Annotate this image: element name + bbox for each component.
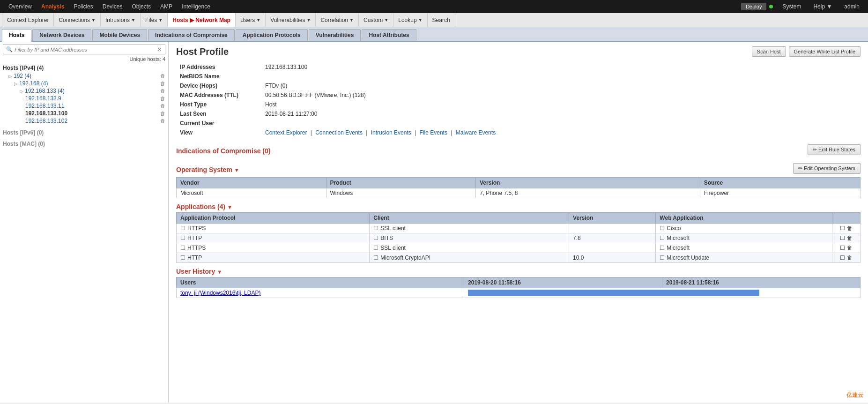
- apps-table: Application Protocol Client Version Web …: [176, 212, 861, 263]
- tab-indications-of-compromise[interactable]: Indications of Compromise: [148, 29, 235, 41]
- edit-os-button[interactable]: ✏ Edit Operating System: [793, 163, 861, 174]
- app-actions-1[interactable]: ☐ 🗑: [832, 224, 861, 233]
- os-vendor: Microsoft: [177, 188, 326, 198]
- tree-delete-icon-6[interactable]: 🗑: [160, 111, 165, 116]
- ip-value: 192.168.133.100: [262, 63, 860, 71]
- tab-mobile-devices[interactable]: Mobile Devices: [92, 29, 147, 41]
- tree-item-133-102[interactable]: 192.168.133.102 🗑: [25, 117, 165, 125]
- app-row: ☐HTTP ☐BITS 7.8 ☐Microsoft ☐ 🗑: [177, 233, 861, 243]
- second-nav-bar: Context Explorer Connections ▼ Intrusion…: [0, 13, 868, 27]
- app-version-4: 10.0: [569, 253, 656, 263]
- tree-delete-icon-3[interactable]: 🗑: [160, 88, 165, 94]
- view-links: Context Explorer | Connection Events | I…: [262, 128, 860, 137]
- header-buttons: Scan Host Generate White List Profile: [752, 46, 861, 57]
- tab-hosts[interactable]: Hosts: [2, 29, 31, 42]
- uh-col-end: 2019-08-21 11:58:16: [662, 277, 861, 288]
- view-intrusion-events[interactable]: Intrusion Events: [371, 129, 411, 136]
- view-connection-events[interactable]: Connection Events: [315, 129, 363, 136]
- nav-intelligence[interactable]: Intelligence: [177, 0, 215, 13]
- nav-lookup[interactable]: Lookup ▼: [393, 13, 427, 27]
- nav-files[interactable]: Files ▼: [141, 13, 168, 27]
- info-table: IP Addresses 192.168.133.100 NetBIOS Nam…: [176, 62, 861, 138]
- device-value: FTDv (0): [262, 82, 860, 90]
- nav-correlation[interactable]: Correlation ▼: [316, 13, 359, 27]
- unique-hosts-count: Unique hosts: 4: [3, 56, 165, 62]
- hosts-ipv6-title: Hosts [IPv6] (0): [3, 129, 165, 136]
- nav-analysis[interactable]: Analysis: [37, 0, 69, 13]
- tree-item-192[interactable]: ▷ 192 (4) 🗑: [8, 72, 165, 80]
- main-content: Host Profile Scan Host Generate White Li…: [169, 42, 868, 403]
- collapse-icon-2: ▷: [14, 81, 18, 86]
- tree-item-133-9[interactable]: 192.168.133.9 🗑: [25, 95, 165, 102]
- nav-help[interactable]: Help ▼: [809, 3, 837, 10]
- view-malware-events[interactable]: Malware Events: [456, 129, 496, 136]
- nav-search[interactable]: Search: [428, 13, 455, 27]
- app-webapp-3: ☐Microsoft: [656, 243, 832, 253]
- app-actions-2[interactable]: ☐ 🗑: [832, 233, 861, 243]
- nav-custom[interactable]: Custom ▼: [359, 13, 393, 27]
- tree-delete-icon-7[interactable]: 🗑: [160, 118, 165, 124]
- nav-amp[interactable]: AMP: [156, 0, 177, 13]
- netbios-value: [262, 72, 860, 81]
- tab-application-protocols[interactable]: Application Protocols: [236, 29, 308, 41]
- tree-link-133-9[interactable]: 192.168.133.9: [25, 95, 61, 102]
- tree-delete-icon-5[interactable]: 🗑: [160, 103, 165, 109]
- nav-system[interactable]: System: [778, 3, 806, 10]
- app-webapp-2: ☐Microsoft: [656, 233, 832, 243]
- filter-bar[interactable]: 🔍 ✕: [3, 45, 165, 54]
- app-webapp-4: ☐Microsoft Update: [656, 253, 832, 263]
- uh-user[interactable]: tony_ji (Windows2016\tji, LDAP): [177, 288, 464, 298]
- app-actions-3[interactable]: ☐ 🗑: [832, 243, 861, 253]
- nav-context-explorer[interactable]: Context Explorer: [2, 13, 54, 27]
- deploy-button[interactable]: Deploy: [741, 3, 766, 10]
- nav-policies[interactable]: Policies: [69, 0, 97, 13]
- collapse-icon-3: ▷: [20, 89, 23, 94]
- nav-admin[interactable]: admin: [839, 3, 864, 10]
- nav-vulnerabilities[interactable]: Vulnerabilities ▼: [266, 13, 316, 27]
- tree-delete-icon-4[interactable]: 🗑: [160, 96, 165, 101]
- os-col-product: Product: [326, 178, 476, 188]
- tree-link-192-168[interactable]: 192.168 (4): [19, 80, 48, 87]
- app-version-3: [569, 243, 656, 253]
- scan-host-button[interactable]: Scan Host: [752, 46, 786, 57]
- edit-rule-states-button[interactable]: ✏ Edit Rule States: [808, 144, 861, 155]
- tree-link-133-100[interactable]: 192.168.133.100: [25, 110, 67, 117]
- user-link[interactable]: tony_ji (Windows2016\tji, LDAP): [180, 290, 260, 296]
- tab-network-devices[interactable]: Network Devices: [32, 29, 91, 41]
- tree-item-192-168-133[interactable]: ▷ 192.168.133 (4) 🗑: [20, 87, 165, 95]
- tree-link-192-168-133[interactable]: 192.168.133 (4): [25, 88, 65, 94]
- tab-host-attributes[interactable]: Host Attributes: [362, 29, 416, 41]
- device-label: Device (Hops): [177, 82, 261, 90]
- tree-link-133-102[interactable]: 192.168.133.102: [25, 118, 67, 124]
- nav-hosts-network-map[interactable]: Hosts ▶ Network Map: [168, 13, 236, 27]
- host-profile-header: Host Profile Scan Host Generate White Li…: [176, 46, 861, 57]
- filter-input[interactable]: [15, 47, 157, 52]
- os-col-source: Source: [700, 178, 860, 188]
- nav-users[interactable]: Users ▼: [236, 13, 266, 27]
- mac-value: 00:50:56:BD:3F:FF (VMware, Inc.) (128): [262, 91, 860, 99]
- tree-item-192-168[interactable]: ▷ 192.168 (4) 🗑: [14, 80, 165, 87]
- app-actions-4[interactable]: ☐ 🗑: [832, 253, 861, 263]
- app-col-client: Client: [370, 213, 569, 224]
- tree-delete-icon[interactable]: 🗑: [160, 73, 165, 79]
- tab-vulnerabilities[interactable]: Vulnerabilities: [309, 29, 361, 41]
- tree-item-133-100[interactable]: 192.168.133.100 🗑: [25, 110, 165, 117]
- nav-intrusions[interactable]: Intrusions ▼: [101, 13, 141, 27]
- filter-clear-icon[interactable]: ✕: [157, 46, 162, 53]
- nav-overview[interactable]: Overview: [4, 0, 37, 13]
- tree-delete-icon-2[interactable]: 🗑: [160, 81, 165, 86]
- nav-connections[interactable]: Connections ▼: [54, 13, 101, 27]
- view-file-events[interactable]: File Events: [420, 129, 447, 136]
- os-col-version: Version: [476, 178, 700, 188]
- os-product: Windows: [326, 188, 476, 198]
- tree-item-133-11[interactable]: 192.168.133.11 🗑: [25, 102, 165, 110]
- hosts-ipv4-title: Hosts [IPv4] (4): [3, 65, 165, 71]
- tree-link-133-11[interactable]: 192.168.133.11: [25, 103, 64, 109]
- nav-objects[interactable]: Objects: [127, 0, 156, 13]
- tree-link-192[interactable]: 192 (4): [14, 73, 31, 79]
- status-indicator: [769, 5, 773, 8]
- generate-whitelist-button[interactable]: Generate White List Profile: [789, 46, 861, 57]
- app-protocol-4: ☐HTTP: [177, 253, 370, 263]
- nav-devices[interactable]: Devices: [98, 0, 127, 13]
- view-context-explorer[interactable]: Context Explorer: [265, 129, 307, 136]
